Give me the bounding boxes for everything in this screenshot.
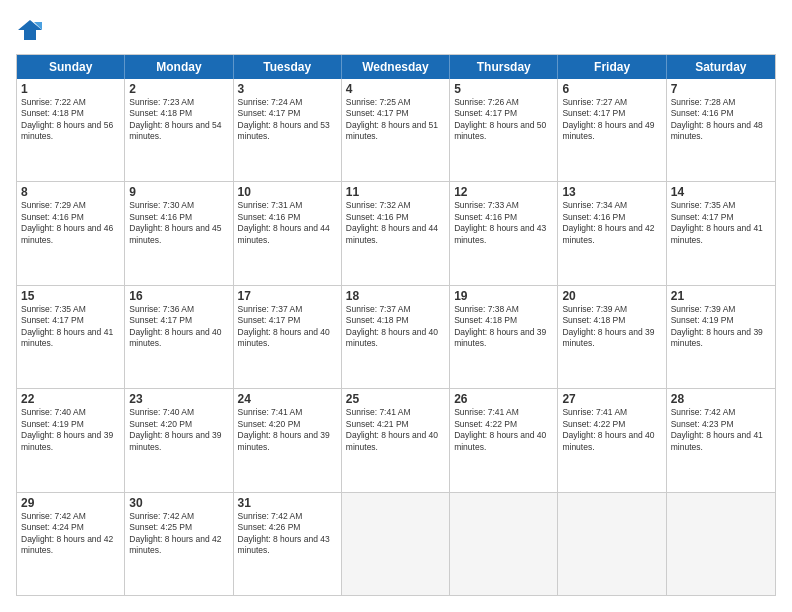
day-cell-12: 12Sunrise: 7:33 AMSunset: 4:16 PMDayligh… bbox=[450, 182, 558, 284]
day-cell-14: 14Sunrise: 7:35 AMSunset: 4:17 PMDayligh… bbox=[667, 182, 775, 284]
header bbox=[16, 16, 776, 44]
day-number: 16 bbox=[129, 289, 228, 303]
day-number: 27 bbox=[562, 392, 661, 406]
day-cell-8: 8Sunrise: 7:29 AMSunset: 4:16 PMDaylight… bbox=[17, 182, 125, 284]
day-cell-5: 5Sunrise: 7:26 AMSunset: 4:17 PMDaylight… bbox=[450, 79, 558, 181]
day-cell-11: 11Sunrise: 7:32 AMSunset: 4:16 PMDayligh… bbox=[342, 182, 450, 284]
day-header-sunday: Sunday bbox=[17, 55, 125, 79]
empty-cell bbox=[342, 493, 450, 595]
day-number: 31 bbox=[238, 496, 337, 510]
day-number: 15 bbox=[21, 289, 120, 303]
day-info: Sunrise: 7:35 AMSunset: 4:17 PMDaylight:… bbox=[671, 200, 771, 246]
day-number: 20 bbox=[562, 289, 661, 303]
day-number: 30 bbox=[129, 496, 228, 510]
day-info: Sunrise: 7:41 AMSunset: 4:21 PMDaylight:… bbox=[346, 407, 445, 453]
week-row-5: 29Sunrise: 7:42 AMSunset: 4:24 PMDayligh… bbox=[17, 493, 775, 595]
day-info: Sunrise: 7:25 AMSunset: 4:17 PMDaylight:… bbox=[346, 97, 445, 143]
day-info: Sunrise: 7:29 AMSunset: 4:16 PMDaylight:… bbox=[21, 200, 120, 246]
page: SundayMondayTuesdayWednesdayThursdayFrid… bbox=[0, 0, 792, 612]
day-info: Sunrise: 7:27 AMSunset: 4:17 PMDaylight:… bbox=[562, 97, 661, 143]
empty-cell bbox=[667, 493, 775, 595]
day-number: 26 bbox=[454, 392, 553, 406]
day-number: 24 bbox=[238, 392, 337, 406]
day-cell-6: 6Sunrise: 7:27 AMSunset: 4:17 PMDaylight… bbox=[558, 79, 666, 181]
day-header-wednesday: Wednesday bbox=[342, 55, 450, 79]
day-info: Sunrise: 7:24 AMSunset: 4:17 PMDaylight:… bbox=[238, 97, 337, 143]
week-row-4: 22Sunrise: 7:40 AMSunset: 4:19 PMDayligh… bbox=[17, 389, 775, 492]
day-cell-16: 16Sunrise: 7:36 AMSunset: 4:17 PMDayligh… bbox=[125, 286, 233, 388]
day-cell-15: 15Sunrise: 7:35 AMSunset: 4:17 PMDayligh… bbox=[17, 286, 125, 388]
day-cell-26: 26Sunrise: 7:41 AMSunset: 4:22 PMDayligh… bbox=[450, 389, 558, 491]
day-info: Sunrise: 7:33 AMSunset: 4:16 PMDaylight:… bbox=[454, 200, 553, 246]
day-header-thursday: Thursday bbox=[450, 55, 558, 79]
logo-icon bbox=[16, 16, 44, 44]
day-number: 22 bbox=[21, 392, 120, 406]
day-info: Sunrise: 7:34 AMSunset: 4:16 PMDaylight:… bbox=[562, 200, 661, 246]
day-info: Sunrise: 7:39 AMSunset: 4:19 PMDaylight:… bbox=[671, 304, 771, 350]
day-cell-4: 4Sunrise: 7:25 AMSunset: 4:17 PMDaylight… bbox=[342, 79, 450, 181]
empty-cell bbox=[450, 493, 558, 595]
day-cell-18: 18Sunrise: 7:37 AMSunset: 4:18 PMDayligh… bbox=[342, 286, 450, 388]
day-cell-2: 2Sunrise: 7:23 AMSunset: 4:18 PMDaylight… bbox=[125, 79, 233, 181]
day-number: 29 bbox=[21, 496, 120, 510]
day-info: Sunrise: 7:40 AMSunset: 4:20 PMDaylight:… bbox=[129, 407, 228, 453]
day-cell-17: 17Sunrise: 7:37 AMSunset: 4:17 PMDayligh… bbox=[234, 286, 342, 388]
day-info: Sunrise: 7:35 AMSunset: 4:17 PMDaylight:… bbox=[21, 304, 120, 350]
day-header-monday: Monday bbox=[125, 55, 233, 79]
day-cell-21: 21Sunrise: 7:39 AMSunset: 4:19 PMDayligh… bbox=[667, 286, 775, 388]
day-cell-30: 30Sunrise: 7:42 AMSunset: 4:25 PMDayligh… bbox=[125, 493, 233, 595]
day-cell-10: 10Sunrise: 7:31 AMSunset: 4:16 PMDayligh… bbox=[234, 182, 342, 284]
day-number: 12 bbox=[454, 185, 553, 199]
day-cell-9: 9Sunrise: 7:30 AMSunset: 4:16 PMDaylight… bbox=[125, 182, 233, 284]
day-cell-20: 20Sunrise: 7:39 AMSunset: 4:18 PMDayligh… bbox=[558, 286, 666, 388]
day-info: Sunrise: 7:32 AMSunset: 4:16 PMDaylight:… bbox=[346, 200, 445, 246]
day-number: 10 bbox=[238, 185, 337, 199]
day-info: Sunrise: 7:42 AMSunset: 4:26 PMDaylight:… bbox=[238, 511, 337, 557]
day-number: 28 bbox=[671, 392, 771, 406]
day-number: 25 bbox=[346, 392, 445, 406]
day-cell-25: 25Sunrise: 7:41 AMSunset: 4:21 PMDayligh… bbox=[342, 389, 450, 491]
calendar: SundayMondayTuesdayWednesdayThursdayFrid… bbox=[16, 54, 776, 596]
day-cell-23: 23Sunrise: 7:40 AMSunset: 4:20 PMDayligh… bbox=[125, 389, 233, 491]
day-cell-28: 28Sunrise: 7:42 AMSunset: 4:23 PMDayligh… bbox=[667, 389, 775, 491]
day-header-friday: Friday bbox=[558, 55, 666, 79]
day-cell-3: 3Sunrise: 7:24 AMSunset: 4:17 PMDaylight… bbox=[234, 79, 342, 181]
day-number: 21 bbox=[671, 289, 771, 303]
day-info: Sunrise: 7:42 AMSunset: 4:24 PMDaylight:… bbox=[21, 511, 120, 557]
day-number: 9 bbox=[129, 185, 228, 199]
day-info: Sunrise: 7:30 AMSunset: 4:16 PMDaylight:… bbox=[129, 200, 228, 246]
day-number: 13 bbox=[562, 185, 661, 199]
calendar-body: 1Sunrise: 7:22 AMSunset: 4:18 PMDaylight… bbox=[17, 79, 775, 595]
day-cell-19: 19Sunrise: 7:38 AMSunset: 4:18 PMDayligh… bbox=[450, 286, 558, 388]
day-number: 17 bbox=[238, 289, 337, 303]
week-row-1: 1Sunrise: 7:22 AMSunset: 4:18 PMDaylight… bbox=[17, 79, 775, 182]
day-info: Sunrise: 7:23 AMSunset: 4:18 PMDaylight:… bbox=[129, 97, 228, 143]
day-info: Sunrise: 7:42 AMSunset: 4:23 PMDaylight:… bbox=[671, 407, 771, 453]
day-cell-13: 13Sunrise: 7:34 AMSunset: 4:16 PMDayligh… bbox=[558, 182, 666, 284]
day-number: 5 bbox=[454, 82, 553, 96]
day-cell-7: 7Sunrise: 7:28 AMSunset: 4:16 PMDaylight… bbox=[667, 79, 775, 181]
empty-cell bbox=[558, 493, 666, 595]
week-row-3: 15Sunrise: 7:35 AMSunset: 4:17 PMDayligh… bbox=[17, 286, 775, 389]
day-header-tuesday: Tuesday bbox=[234, 55, 342, 79]
day-info: Sunrise: 7:39 AMSunset: 4:18 PMDaylight:… bbox=[562, 304, 661, 350]
calendar-header: SundayMondayTuesdayWednesdayThursdayFrid… bbox=[17, 55, 775, 79]
logo bbox=[16, 16, 48, 44]
day-number: 7 bbox=[671, 82, 771, 96]
day-info: Sunrise: 7:22 AMSunset: 4:18 PMDaylight:… bbox=[21, 97, 120, 143]
day-number: 18 bbox=[346, 289, 445, 303]
day-info: Sunrise: 7:36 AMSunset: 4:17 PMDaylight:… bbox=[129, 304, 228, 350]
day-info: Sunrise: 7:37 AMSunset: 4:18 PMDaylight:… bbox=[346, 304, 445, 350]
day-info: Sunrise: 7:41 AMSunset: 4:20 PMDaylight:… bbox=[238, 407, 337, 453]
day-cell-31: 31Sunrise: 7:42 AMSunset: 4:26 PMDayligh… bbox=[234, 493, 342, 595]
day-cell-1: 1Sunrise: 7:22 AMSunset: 4:18 PMDaylight… bbox=[17, 79, 125, 181]
day-info: Sunrise: 7:31 AMSunset: 4:16 PMDaylight:… bbox=[238, 200, 337, 246]
day-number: 11 bbox=[346, 185, 445, 199]
day-info: Sunrise: 7:37 AMSunset: 4:17 PMDaylight:… bbox=[238, 304, 337, 350]
day-cell-24: 24Sunrise: 7:41 AMSunset: 4:20 PMDayligh… bbox=[234, 389, 342, 491]
day-number: 8 bbox=[21, 185, 120, 199]
day-number: 19 bbox=[454, 289, 553, 303]
day-info: Sunrise: 7:41 AMSunset: 4:22 PMDaylight:… bbox=[454, 407, 553, 453]
week-row-2: 8Sunrise: 7:29 AMSunset: 4:16 PMDaylight… bbox=[17, 182, 775, 285]
day-cell-27: 27Sunrise: 7:41 AMSunset: 4:22 PMDayligh… bbox=[558, 389, 666, 491]
